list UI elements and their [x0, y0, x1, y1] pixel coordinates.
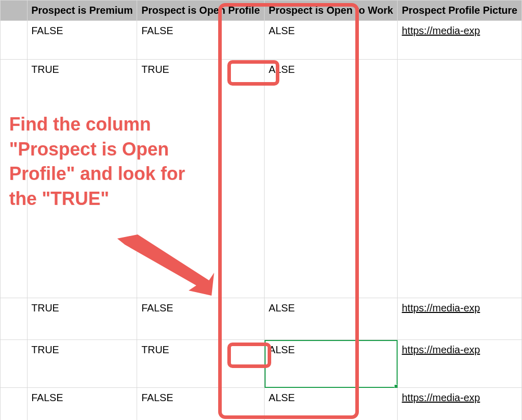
profile-link[interactable]: https://media-exp: [402, 302, 480, 313]
cell-open-profile[interactable]: FALSE: [137, 298, 265, 340]
cell-blank[interactable]: [1, 60, 28, 298]
table-row: FALSEFALSEALSEhttps://media-exp: [1, 21, 522, 60]
cell-blank[interactable]: [1, 21, 28, 60]
table-row: TRUEFALSEALSEhttps://media-exp: [1, 298, 522, 340]
cell-profile-pic[interactable]: https://media-exp: [398, 340, 522, 388]
cell-premium[interactable]: FALSE: [27, 21, 137, 60]
table-row: TRUETRUEALSEhttps://media-exp: [1, 340, 522, 388]
header-open-to-work[interactable]: Prospect is Open to Work: [265, 1, 398, 21]
header-row: Prospect is Premium Prospect is Open Pro…: [1, 1, 522, 21]
cell-premium[interactable]: TRUE: [27, 340, 137, 388]
cell-open-profile[interactable]: TRUE: [137, 340, 265, 388]
cell-profile-pic[interactable]: https://media-exp: [398, 388, 522, 421]
profile-link[interactable]: https://media-exp: [402, 25, 480, 36]
cell-open-profile[interactable]: FALSE: [137, 21, 265, 60]
cell-blank[interactable]: [1, 340, 28, 388]
cell-blank[interactable]: [1, 388, 28, 421]
header-open-profile[interactable]: Prospect is Open Profile: [137, 1, 265, 21]
cell-premium[interactable]: TRUE: [27, 60, 137, 298]
cell-open-to-work[interactable]: ALSE: [265, 60, 398, 298]
cell-premium[interactable]: TRUE: [27, 298, 137, 340]
cell-open-to-work[interactable]: ALSE: [265, 298, 398, 340]
cell-open-profile[interactable]: FALSE: [137, 388, 265, 421]
cell-open-profile[interactable]: TRUE: [137, 60, 265, 298]
spreadsheet: Prospect is Premium Prospect is Open Pro…: [0, 0, 522, 420]
header-premium[interactable]: Prospect is Premium: [27, 1, 137, 21]
cell-open-to-work[interactable]: ALSE: [265, 388, 398, 421]
cell-profile-pic[interactable]: [398, 60, 522, 298]
table-row: TRUETRUEALSE: [1, 60, 522, 298]
cell-open-to-work[interactable]: ALSE: [265, 340, 398, 388]
header-profile-pic[interactable]: Prospect Profile Picture: [398, 1, 522, 21]
cell-blank[interactable]: [1, 298, 28, 340]
cell-premium[interactable]: FALSE: [27, 388, 137, 421]
cell-profile-pic[interactable]: https://media-exp: [398, 298, 522, 340]
cell-profile-pic[interactable]: https://media-exp: [398, 21, 522, 60]
header-blank[interactable]: [1, 1, 28, 21]
cell-open-to-work[interactable]: ALSE: [265, 21, 398, 60]
table-row: FALSEFALSEALSEhttps://media-exp: [1, 388, 522, 421]
profile-link[interactable]: https://media-exp: [402, 344, 480, 355]
profile-link[interactable]: https://media-exp: [402, 392, 480, 403]
